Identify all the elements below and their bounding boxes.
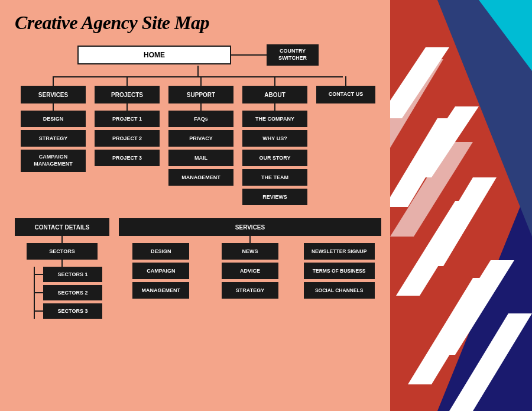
- nav-hline: [53, 76, 343, 77]
- about-nav-box[interactable]: ABOUT: [242, 86, 307, 103]
- project2[interactable]: PROJECT 2: [95, 130, 160, 147]
- sectors3[interactable]: SECTORS 3: [43, 303, 102, 319]
- bottom-strategy[interactable]: STRATEGY: [222, 282, 278, 299]
- page-title: Creative Agency Site Map: [15, 12, 375, 34]
- privacy[interactable]: PRIVACY: [168, 130, 233, 147]
- bottom-management[interactable]: MANAGEMENT: [132, 282, 189, 299]
- mail[interactable]: MAIL: [168, 150, 233, 166]
- why-us[interactable]: WHY US?: [242, 130, 307, 147]
- projects-nav-box[interactable]: PROJECTS: [95, 86, 160, 103]
- services-design[interactable]: DESIGN: [21, 111, 86, 127]
- the-company[interactable]: THE COMPANY: [242, 111, 307, 127]
- reviews[interactable]: REVIEWS: [242, 189, 307, 205]
- contact-nav-box[interactable]: CONTACT US: [316, 86, 375, 103]
- nav-services: SERVICES DESIGN STRATEGY CAMPAIGN MANAGE…: [21, 76, 86, 205]
- services-bottom-section: SERVICES DESIGN CAMPAIGN MANAGEMENT: [119, 218, 381, 319]
- the-team[interactable]: THE TEAM: [242, 169, 307, 186]
- social-channels[interactable]: SOCIAL CHANNELS: [304, 282, 375, 299]
- our-story[interactable]: OUR STORY: [242, 150, 307, 166]
- contact-details-header: CONTACT DETAILS: [15, 218, 109, 236]
- services-strategy[interactable]: STRATEGY: [21, 130, 86, 147]
- home-down-line: [197, 66, 199, 76]
- nav-projects: PROJECTS PROJECT 1 PROJECT 2 PROJECT 3: [95, 76, 160, 205]
- home-country-line: [231, 54, 267, 56]
- home-box[interactable]: HOME: [77, 46, 231, 64]
- project1[interactable]: PROJECT 1: [95, 111, 160, 127]
- left-panel: Creative Agency Site Map HOME COUNTRY SW…: [0, 0, 390, 411]
- sectors[interactable]: SECTORS: [27, 243, 98, 260]
- support-nav-box[interactable]: SUPPORT: [168, 86, 233, 103]
- nav-about: ABOUT THE COMPANY WHY US? OUR STORY THE …: [242, 76, 307, 205]
- nav-contact: CONTACT US: [316, 76, 375, 205]
- services-campaign[interactable]: CAMPAIGN MANAGEMENT: [21, 150, 86, 172]
- decorative-art: [390, 0, 532, 411]
- right-decorative-panel: [390, 0, 532, 411]
- sectors2[interactable]: SECTORS 2: [43, 285, 102, 300]
- sectors1[interactable]: SECTORS 1: [43, 267, 102, 282]
- bottom-design[interactable]: DESIGN: [132, 243, 189, 260]
- nav-support: SUPPORT FAQs PRIVACY MAIL MANAGEMENT: [168, 76, 233, 205]
- services-nav-box[interactable]: SERVICES: [21, 86, 86, 103]
- newsletter-signup[interactable]: NEWSLETTER SIGNUP: [304, 243, 375, 260]
- services-bottom-header: SERVICES: [119, 218, 381, 236]
- support-management[interactable]: MANAGEMENT: [168, 169, 233, 186]
- country-switcher-box[interactable]: COUNTRY SWITCHER: [267, 44, 319, 66]
- faqs[interactable]: FAQs: [168, 111, 233, 127]
- bottom-campaign[interactable]: CAMPAIGN: [132, 263, 189, 279]
- bottom-news[interactable]: NEWS: [222, 243, 278, 260]
- terms-of-business[interactable]: TERMS OF BUSINESS: [304, 263, 375, 279]
- project3[interactable]: PROJECT 3: [95, 150, 160, 166]
- contact-details-section: CONTACT DETAILS SECTORS SECTOR: [15, 218, 109, 319]
- bottom-advice[interactable]: ADVICE: [222, 263, 278, 279]
